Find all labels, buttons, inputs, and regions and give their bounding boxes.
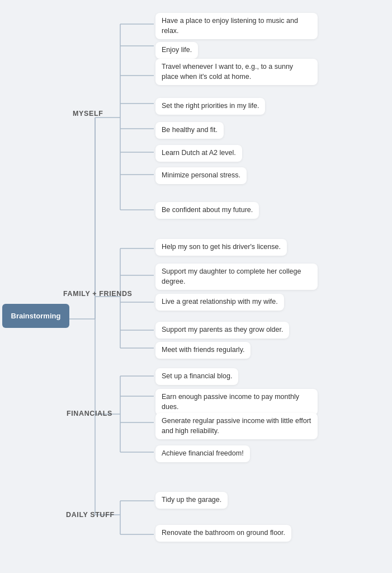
financials-label: FINANCIALS [67, 410, 112, 417]
myself-leaf-3: Travel whenever I want to, e.g., to a su… [155, 59, 318, 85]
myself-leaf-7: Minimize personal stress. [155, 167, 247, 184]
myself-label: MYSELF [73, 110, 103, 118]
family-leaf-3: Live a great relationship with my wife. [155, 294, 284, 311]
family-label: FAMILY + FRIENDS [63, 290, 133, 298]
financials-leaf-2: Earn enough passive income to pay monthl… [155, 389, 318, 415]
mind-map: Brainstorming MYSELF Have a place to enj… [0, 0, 392, 573]
myself-leaf-8: Be confident about my future. [155, 202, 259, 219]
myself-leaf-2: Enjoy life. [155, 42, 198, 59]
family-leaf-2: Support my daughter to complete her coll… [155, 264, 318, 290]
daily-leaf-1: Tidy up the garage. [155, 492, 228, 509]
myself-leaf-4: Set the right priorities in my life. [155, 98, 265, 115]
financials-leaf-1: Set up a financial blog. [155, 368, 238, 385]
myself-leaf-6: Learn Dutch at A2 level. [155, 145, 242, 162]
family-leaf-1: Help my son to get his driver's license. [155, 239, 287, 256]
myself-leaf-1: Have a place to enjoy listening to music… [155, 13, 318, 39]
central-node: Brainstorming [2, 304, 69, 328]
financials-leaf-4: Achieve financial freedom! [155, 445, 250, 462]
daily-leaf-2: Renovate the bathroom on ground floor. [155, 525, 291, 542]
daily-label: DAILY STUFF [66, 511, 115, 519]
family-leaf-5: Meet with friends regularly. [155, 342, 251, 359]
family-leaf-4: Support my parents as they grow older. [155, 322, 289, 339]
financials-leaf-3: Generate regular passive income with lit… [155, 413, 318, 439]
myself-leaf-5: Be healthy and fit. [155, 122, 224, 139]
